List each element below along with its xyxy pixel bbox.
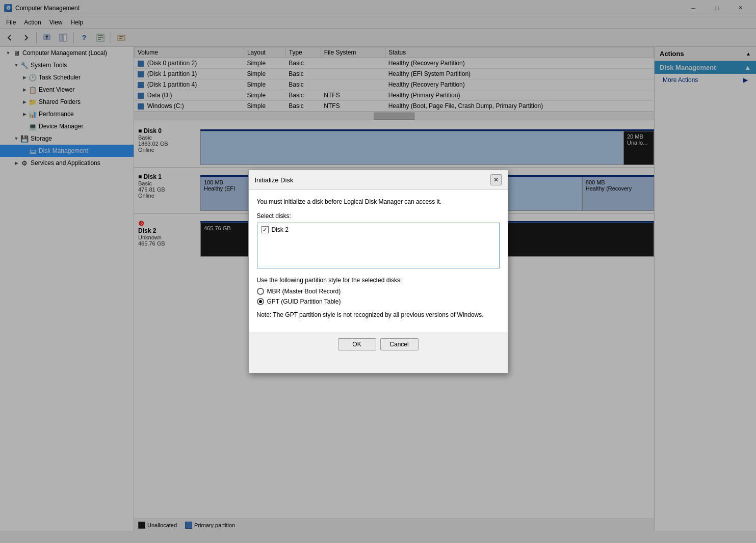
- dialog-select-disks-label: Select disks:: [257, 212, 500, 220]
- dialog-cancel-button[interactable]: Cancel: [380, 338, 419, 350]
- disk-list-item-disk2[interactable]: ✓ Disk 2: [259, 225, 497, 234]
- dialog-message: You must initialize a disk before Logica…: [257, 198, 500, 205]
- dialog-footer: OK Cancel: [249, 333, 508, 356]
- disk2-label: Disk 2: [272, 226, 289, 233]
- dialog-ok-button[interactable]: OK: [338, 338, 376, 350]
- partition-style-section: Use the following partition style for th…: [257, 277, 500, 305]
- dialog-overlay: Initialize Disk ✕ You must initialize a …: [0, 0, 756, 543]
- partition-style-label: Use the following partition style for th…: [257, 277, 500, 284]
- gpt-label: GPT (GUID Partition Table): [267, 298, 341, 305]
- gpt-radio[interactable]: [257, 298, 264, 305]
- dialog-note: Note: The GPT partition style is not rec…: [257, 311, 500, 318]
- gpt-option[interactable]: GPT (GUID Partition Table): [257, 298, 500, 305]
- dialog-title: Initialize Disk: [255, 176, 294, 184]
- dialog-title-bar: Initialize Disk ✕: [249, 170, 508, 190]
- mbr-option[interactable]: MBR (Master Boot Record): [257, 288, 500, 295]
- disk-list-box: ✓ Disk 2: [257, 223, 500, 268]
- mbr-radio[interactable]: [257, 288, 264, 295]
- disk2-checkbox[interactable]: ✓: [262, 226, 269, 233]
- mbr-label: MBR (Master Boot Record): [267, 288, 341, 295]
- dialog-close-button[interactable]: ✕: [490, 174, 502, 185]
- initialize-disk-dialog: Initialize Disk ✕ You must initialize a …: [248, 170, 508, 373]
- dialog-body: You must initialize a disk before Logica…: [249, 190, 508, 333]
